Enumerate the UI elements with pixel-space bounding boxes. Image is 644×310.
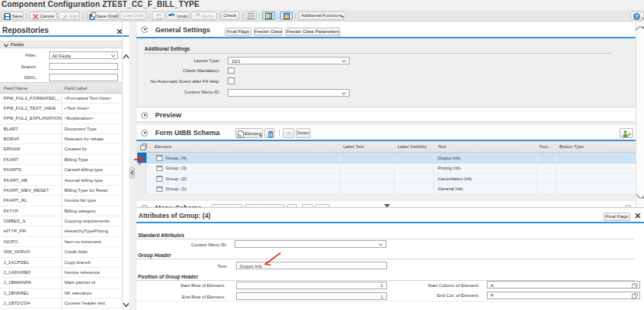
- svg-text:?: ?: [635, 14, 638, 19]
